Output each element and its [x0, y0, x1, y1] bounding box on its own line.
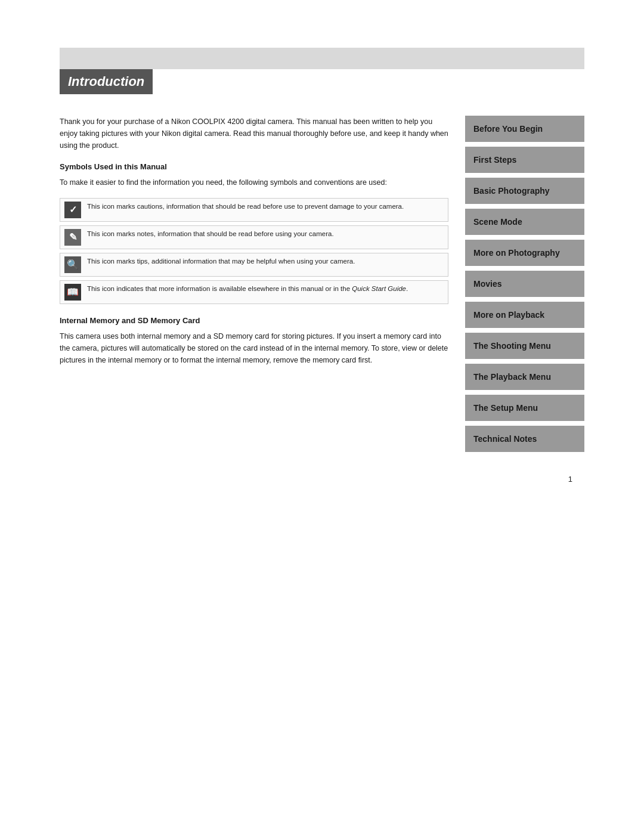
- memory-section-title: Internal Memory and SD Memory Card: [60, 315, 448, 327]
- nav-tab-scene-mode[interactable]: Scene Mode: [465, 209, 584, 235]
- memory-section-body: This camera uses both internal memory an…: [60, 330, 448, 366]
- nav-tab-more-on-playback[interactable]: More on Playback: [465, 302, 584, 328]
- intro-header-wrapper: Introduction: [60, 69, 584, 105]
- nav-tab-more-on-photography[interactable]: More on Photography: [465, 240, 584, 266]
- tips-text: This icon marks tips, additional informa…: [87, 256, 355, 267]
- intro-header: Introduction: [60, 69, 153, 94]
- icon-rows: ✓ This icon marks cautions, information …: [60, 198, 448, 304]
- notes-icon: ✎: [64, 229, 81, 246]
- page-number-row: 1: [60, 475, 584, 484]
- icon-row-caution: ✓ This icon marks cautions, information …: [60, 198, 448, 222]
- icon-row-tips: 🔍 This icon marks tips, additional infor…: [60, 253, 448, 277]
- nav-tab-playback-menu[interactable]: The Playback Menu: [465, 364, 584, 390]
- more-info-icon: 📖: [64, 284, 81, 301]
- nav-tab-shooting-menu[interactable]: The Shooting Menu: [465, 333, 584, 359]
- tips-icon: 🔍: [64, 256, 81, 273]
- left-column: Thank you for your purchase of a Nikon C…: [60, 116, 448, 457]
- caution-text: This icon marks cautions, information th…: [87, 202, 404, 212]
- intro-paragraph: Thank you for your purchase of a Nikon C…: [60, 116, 448, 151]
- caution-icon: ✓: [64, 202, 81, 218]
- intro-title: Introduction: [68, 74, 144, 89]
- content-area: Introduction Thank you for your purchase…: [60, 48, 584, 484]
- chapter-bar-top: [60, 48, 584, 69]
- main-columns: Thank you for your purchase of a Nikon C…: [60, 116, 584, 457]
- nav-tab-before-you-begin[interactable]: Before You Begin: [465, 116, 584, 142]
- page-number: 1: [568, 475, 572, 484]
- icon-row-notes: ✎ This icon marks notes, information tha…: [60, 225, 448, 249]
- icon-row-more-info: 📖 This icon indicates that more informat…: [60, 280, 448, 304]
- page: Introduction Thank you for your purchase…: [0, 0, 644, 833]
- more-info-text: This icon indicates that more informatio…: [87, 284, 408, 294]
- right-column-nav: Before You Begin First Steps Basic Photo…: [465, 116, 584, 457]
- nav-tab-setup-menu[interactable]: The Setup Menu: [465, 395, 584, 421]
- nav-tab-movies[interactable]: Movies: [465, 271, 584, 297]
- nav-tab-basic-photography[interactable]: Basic Photography: [465, 178, 584, 204]
- nav-tab-first-steps[interactable]: First Steps: [465, 147, 584, 173]
- nav-tab-technical-notes[interactable]: Technical Notes: [465, 426, 584, 452]
- symbols-section-body: To make it easier to find the informatio…: [60, 176, 448, 188]
- notes-text: This icon marks notes, information that …: [87, 229, 334, 239]
- symbols-section-title: Symbols Used in this Manual: [60, 161, 448, 173]
